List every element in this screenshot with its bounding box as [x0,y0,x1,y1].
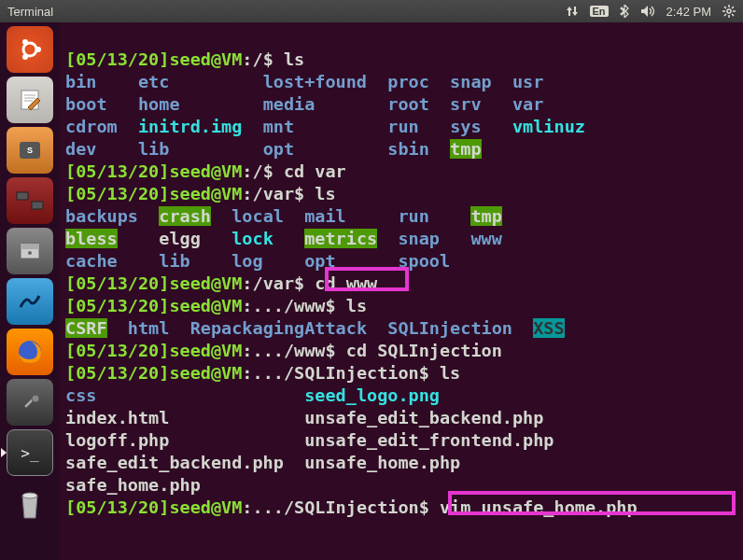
clock[interactable]: 2:42 PM [666,5,711,19]
gear-icon[interactable] [722,5,736,18]
dock-settings[interactable] [7,379,53,426]
dock-trash[interactable] [7,480,53,526]
dock-wireshark[interactable] [7,278,53,325]
svg-point-4 [22,54,28,60]
dock-files[interactable] [7,228,53,274]
svg-point-0 [727,9,731,13]
language-indicator[interactable]: En [590,6,609,17]
dock-terminal[interactable]: >_ [7,429,53,476]
terminal-pane[interactable]: [05/13/20]seed@VM:/$ ls bin etc lost+fou… [60,22,743,560]
dock-firefox[interactable] [7,329,53,375]
running-indicator-icon [1,448,7,457]
svg-rect-12 [21,244,39,249]
svg-point-1 [23,43,36,56]
volume-icon[interactable] [640,5,655,18]
system-indicators: En 2:42 PM [566,5,736,19]
svg-rect-10 [32,202,43,209]
dock-remmina[interactable] [7,177,53,224]
svg-point-3 [22,39,28,45]
svg-point-15 [32,395,39,402]
bluetooth-icon[interactable] [620,5,629,18]
dock-sublime[interactable]: S [7,127,53,174]
svg-point-13 [28,251,32,255]
svg-point-2 [35,47,41,52]
dock-dash[interactable] [7,26,53,73]
dock: S >_ [0,22,60,560]
svg-rect-9 [17,192,28,200]
svg-point-16 [22,493,37,498]
dock-text-editor[interactable] [7,77,53,123]
updown-icon[interactable] [566,5,579,18]
top-menu-bar: Terminal En 2:42 PM [0,0,743,22]
window-title: Terminal [7,5,566,19]
